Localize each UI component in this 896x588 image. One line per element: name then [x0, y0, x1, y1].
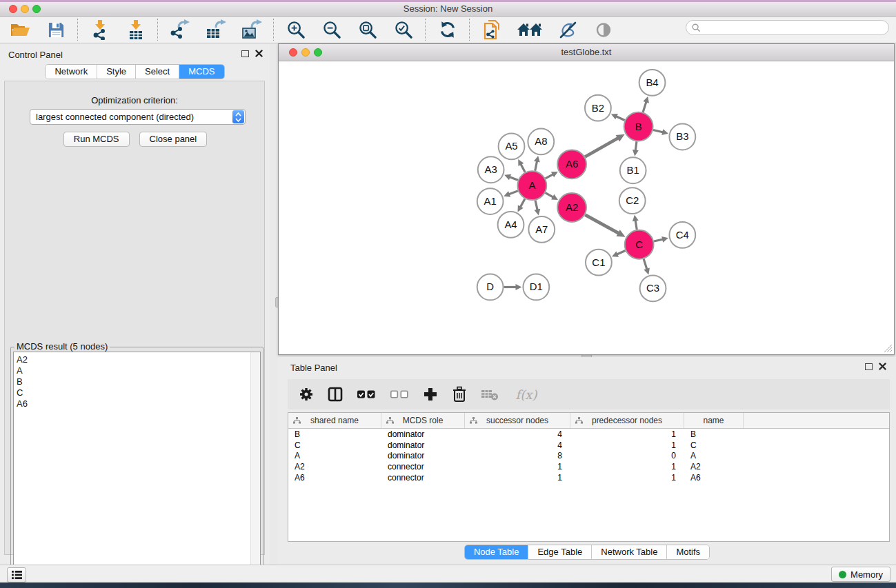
mcds-result-item[interactable]: A2 — [14, 354, 250, 365]
table-row[interactable]: A6connector11A6 — [288, 472, 889, 483]
table-row[interactable]: Cdominator41C — [288, 440, 889, 451]
gear-button[interactable] — [297, 385, 315, 404]
close-window-button[interactable] — [9, 5, 17, 13]
graph-edge[interactable] — [643, 101, 646, 112]
tab-edge-table[interactable]: Edge Table — [528, 545, 592, 559]
add-button[interactable] — [421, 385, 439, 404]
tab-motifs[interactable]: Motifs — [667, 545, 709, 559]
column-header-name[interactable]: name — [684, 413, 744, 428]
tab-network-table[interactable]: Network Table — [592, 545, 667, 559]
graph-edge[interactable] — [546, 193, 554, 198]
column-header-MCDS-role[interactable]: MCDS role — [381, 413, 465, 428]
delete-button[interactable] — [450, 385, 468, 404]
graph-edge[interactable] — [616, 116, 625, 120]
import-network-button[interactable] — [88, 19, 112, 41]
tab-network[interactable]: Network — [46, 65, 97, 79]
close-panel-icon[interactable] — [255, 50, 263, 57]
network-graph[interactable]: B4B2BB3A5A8A3A6B1AA1C2A2A4A7C4CC1C3DD1 — [279, 61, 894, 354]
export-table-button[interactable] — [204, 19, 228, 41]
graph-edge[interactable] — [509, 176, 518, 180]
select-all-button[interactable] — [355, 385, 377, 404]
task-history-button[interactable] — [7, 567, 26, 582]
graph-edge[interactable] — [644, 259, 647, 270]
delete-table-button[interactable] — [479, 385, 500, 404]
graph-edge[interactable] — [535, 201, 537, 211]
column-header-predecessor-nodes[interactable]: predecessor nodes — [570, 413, 684, 428]
graph-edge[interactable] — [521, 164, 525, 172]
node-table: shared nameMCDS rolesuccessor nodesprede… — [288, 412, 890, 542]
table-row[interactable]: A2connector11A2 — [288, 461, 889, 472]
column-header-successor-nodes[interactable]: successor nodes — [465, 413, 570, 428]
node-label-C2: C2 — [626, 194, 639, 206]
zoom-fit-icon — [358, 20, 378, 40]
memory-button[interactable]: Memory — [831, 567, 890, 582]
maximize-window-button[interactable] — [32, 5, 41, 13]
search-field[interactable] — [686, 20, 889, 35]
tab-mcds[interactable]: MCDS — [179, 65, 223, 79]
split-column-button[interactable] — [326, 385, 344, 404]
tab-node-table[interactable]: Node Table — [465, 545, 529, 559]
graph-edge[interactable] — [653, 130, 664, 132]
tab-style[interactable]: Style — [97, 65, 136, 79]
table-cell: 8 — [465, 451, 570, 460]
refresh-button[interactable] — [436, 19, 459, 41]
optimization-criterion-select[interactable]: largest connected component (directed) — [30, 109, 246, 125]
float-panel-icon[interactable] — [241, 50, 249, 57]
home-button[interactable] — [516, 19, 544, 41]
close-table-panel-icon[interactable] — [879, 363, 886, 370]
network-snapshot-button[interactable] — [480, 19, 504, 41]
node-label-C1: C1 — [592, 256, 605, 268]
export-image-button[interactable] — [240, 19, 263, 41]
export-network-button[interactable] — [168, 19, 192, 41]
graph-edge[interactable] — [585, 215, 619, 234]
table-cell: 1 — [570, 429, 684, 439]
run-mcds-button[interactable]: Run MCDS — [63, 132, 130, 147]
save-session-button[interactable] — [44, 19, 68, 41]
table-header-row: shared nameMCDS rolesuccessor nodesprede… — [288, 413, 889, 429]
graph-edge[interactable] — [546, 174, 554, 179]
graph-edge[interactable] — [635, 220, 637, 230]
graph-edge[interactable] — [535, 161, 537, 170]
mcds-result-item[interactable]: B — [14, 376, 250, 387]
table-row[interactable]: Adominator80A — [288, 450, 889, 461]
mcds-result-item[interactable]: A6 — [14, 398, 250, 409]
open-file-button[interactable] — [8, 19, 32, 41]
zoom-in-button[interactable] — [284, 19, 308, 41]
show-graphics-button[interactable] — [592, 19, 615, 41]
float-table-panel-icon[interactable] — [865, 363, 873, 370]
network-window-titlebar[interactable]: testGlobe.txt — [279, 44, 894, 61]
mcds-result-item[interactable]: A — [14, 365, 250, 376]
table-cell: A2 — [288, 462, 381, 472]
minimize-window-button[interactable] — [21, 5, 29, 13]
table-cell: connector — [381, 462, 465, 472]
maximize-view-button[interactable] — [314, 48, 322, 57]
mcds-result-list[interactable]: A2ABCA6 — [13, 352, 261, 580]
graph-edge[interactable] — [654, 239, 664, 241]
table-cell: A — [684, 451, 744, 460]
import-table-button[interactable] — [124, 19, 148, 41]
zoom-out-button[interactable] — [320, 19, 344, 41]
zoom-fit-button[interactable] — [356, 19, 379, 41]
node-label-A7: A7 — [535, 223, 548, 235]
graph-edge[interactable] — [508, 191, 518, 194]
close-panel-button[interactable]: Close panel — [139, 132, 208, 147]
search-input[interactable] — [704, 22, 883, 33]
network-canvas[interactable]: B4B2BB3A5A8A3A6B1AA1C2A2A4A7C4CC1C3DD1 — [279, 61, 894, 354]
mcds-result-item[interactable]: C — [14, 387, 250, 398]
scrollbar-track[interactable] — [250, 352, 260, 580]
deselect-all-button[interactable] — [388, 385, 410, 404]
function-builder-button[interactable]: f(x) — [511, 385, 541, 404]
hide-annotations-button[interactable] — [556, 19, 579, 41]
column-header-shared-name[interactable]: shared name — [288, 413, 381, 428]
graph-edge[interactable] — [585, 138, 618, 156]
resize-grip-icon[interactable] — [884, 344, 893, 353]
table-row[interactable]: Bdominator41B — [288, 429, 889, 440]
graph-edge[interactable] — [635, 141, 637, 151]
graph-edge[interactable] — [617, 251, 626, 255]
zoom-selected-button[interactable] — [392, 19, 415, 41]
minimize-view-button[interactable] — [301, 48, 310, 57]
tab-select[interactable]: Select — [136, 65, 179, 79]
node-label-A1: A1 — [484, 195, 497, 207]
graph-edge[interactable] — [520, 199, 525, 207]
close-view-button[interactable] — [289, 48, 297, 57]
